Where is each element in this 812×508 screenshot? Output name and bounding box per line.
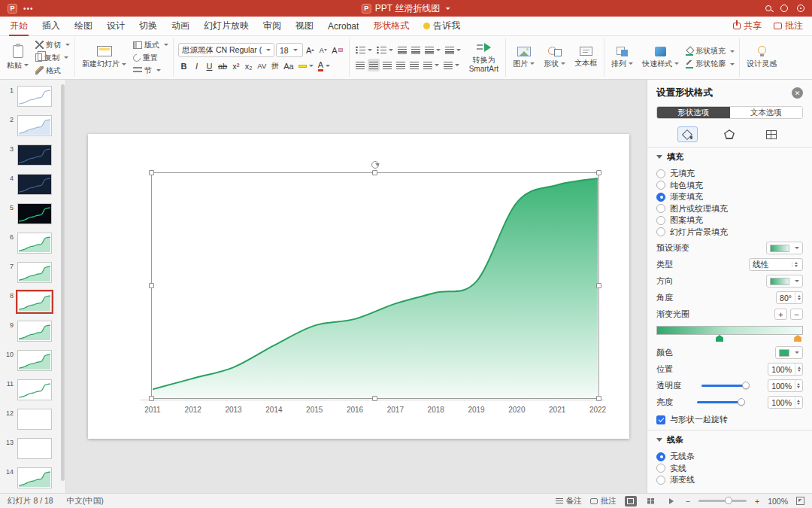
fill-section-header[interactable]: 填充 <box>647 147 812 164</box>
angle-stepper[interactable]: 80° <box>776 291 803 304</box>
slide-thumbnail-5[interactable]: 5 <box>5 203 65 224</box>
radio-solid-line[interactable]: 实线 <box>656 463 803 475</box>
direction-dropdown[interactable] <box>766 275 803 287</box>
gradient-stop[interactable] <box>716 335 723 342</box>
radio-gradient-line[interactable]: 渐变线 <box>656 474 803 486</box>
fill-line-tab[interactable] <box>677 126 698 142</box>
stepper-down-icon[interactable] <box>798 298 801 300</box>
zoom-out-button[interactable]: − <box>686 497 690 506</box>
bold-button[interactable]: B <box>178 59 189 72</box>
thumbnail-preview[interactable] <box>17 203 52 224</box>
editing-canvas[interactable]: 2011201220132014201520162017201820192020… <box>66 80 647 493</box>
comments-button[interactable]: 批注 <box>774 20 803 32</box>
align-text-button[interactable] <box>442 59 461 71</box>
radio-no-fill[interactable]: 无填充 <box>656 168 803 180</box>
smartart-button[interactable]: 转换为SmartArt <box>467 38 501 78</box>
section-button[interactable]: 节 <box>133 65 168 76</box>
notes-toggle[interactable]: 备注 <box>556 496 582 506</box>
character-spacing-button[interactable]: AV <box>256 59 268 72</box>
thumbnail-preview[interactable] <box>17 115 52 136</box>
clear-formatting-button[interactable]: A <box>330 44 344 56</box>
picture-button[interactable]: 图片 <box>511 38 537 78</box>
transparency-stepper[interactable]: 100% <box>768 379 803 392</box>
slide-thumbnail-12[interactable]: 12 <box>5 409 65 430</box>
stepper-down-icon[interactable] <box>797 386 800 388</box>
tab-tellme[interactable]: 告诉我 <box>423 16 461 36</box>
search-icon[interactable] <box>765 5 771 11</box>
stepper-down-icon[interactable] <box>795 265 798 267</box>
add-gradient-stop-button[interactable]: + <box>774 309 787 320</box>
tab-acrobat[interactable]: Acrobat <box>327 17 359 35</box>
effects-tab[interactable] <box>719 126 740 142</box>
distribute-button[interactable] <box>408 59 420 71</box>
size-properties-tab[interactable] <box>761 126 782 142</box>
underline-button[interactable]: U <box>204 59 215 72</box>
slide-thumbnail-14[interactable]: 14 <box>5 467 65 488</box>
area-chart-shape[interactable] <box>153 172 599 400</box>
thumbnail-preview[interactable] <box>17 86 52 107</box>
stepper-up-icon[interactable] <box>797 383 800 385</box>
arrange-button[interactable]: 排列 <box>609 38 635 78</box>
radio-picture-texture-fill[interactable]: 图片或纹理填充 <box>656 203 803 215</box>
slide-thumbnail-3[interactable]: 3 <box>5 144 65 166</box>
stepper-up-icon[interactable] <box>797 400 800 402</box>
zoom-in-button[interactable]: + <box>755 497 759 506</box>
slide-thumbnail-6[interactable]: 6 <box>5 233 65 254</box>
stepper-up-icon[interactable] <box>795 262 798 264</box>
stepper-up-icon[interactable] <box>798 367 801 369</box>
bullets-button[interactable] <box>354 44 374 56</box>
slide-thumbnail-13[interactable]: 13 <box>5 438 65 459</box>
radio-pattern-fill[interactable]: 图案填充 <box>656 214 803 227</box>
share-button[interactable]: 共享 <box>733 20 762 32</box>
design-ideas-button[interactable]: 设计灵感 <box>744 38 779 78</box>
thumbnail-preview[interactable] <box>17 291 52 312</box>
slide-thumbnail-7[interactable]: 7 <box>5 262 65 283</box>
checkbox-checked-icon[interactable] <box>656 415 665 424</box>
slide-thumbnail-11[interactable]: 11 <box>5 379 65 400</box>
highlight-color-button[interactable] <box>297 59 315 72</box>
format-painter-button[interactable]: 格式 <box>35 65 70 76</box>
slide-thumbnail-1[interactable]: 1 <box>5 86 65 107</box>
zoom-level[interactable]: 100% <box>768 497 788 506</box>
rotate-handle[interactable] <box>371 161 379 169</box>
panel-tab-text-options[interactable]: 文本选项 <box>730 107 803 118</box>
stepper-down-icon[interactable] <box>798 370 801 372</box>
tab-animations[interactable]: 动画 <box>171 16 190 36</box>
text-direction-button[interactable] <box>422 59 441 71</box>
tab-draw[interactable]: 绘图 <box>74 16 93 36</box>
thumbnail-preview[interactable] <box>17 379 52 400</box>
new-slide-button[interactable]: 新建幻灯片 <box>80 38 129 78</box>
color-dropdown[interactable] <box>775 346 803 359</box>
document-title-group[interactable]: P PPT 丝滑折线图 <box>362 2 450 15</box>
rotate-with-shape-row[interactable]: 与形状一起旋转 <box>656 414 803 425</box>
align-left-button[interactable] <box>354 59 366 71</box>
title-dropdown-icon[interactable] <box>446 8 450 10</box>
phonetic-guide-button[interactable]: 拼 <box>269 59 280 72</box>
decrease-font-button[interactable]: A <box>317 44 329 56</box>
slide-thumbnail-10[interactable]: 10 <box>5 350 65 371</box>
font-size-combo[interactable]: 18 <box>276 43 303 57</box>
comments-toggle[interactable]: 批注 <box>590 496 617 506</box>
radio-slide-background-fill[interactable]: 幻灯片背景填充 <box>656 227 803 239</box>
slider-knob[interactable] <box>742 382 750 389</box>
textbox-button[interactable]: 文本框 <box>572 38 599 78</box>
stepper-up-icon[interactable] <box>798 295 801 297</box>
tab-slideshow[interactable]: 幻灯片放映 <box>203 16 250 36</box>
radio-no-line[interactable]: 无线条 <box>656 451 803 463</box>
type-select[interactable]: 线性 <box>749 258 803 271</box>
align-right-button[interactable] <box>381 59 393 71</box>
reset-button[interactable]: 重置 <box>133 52 168 63</box>
normal-view-button[interactable] <box>625 496 637 506</box>
tab-design[interactable]: 设计 <box>106 16 126 36</box>
zoom-slider[interactable] <box>698 500 747 502</box>
thumbnail-preview[interactable] <box>17 438 52 459</box>
slide-thumbnail-2[interactable]: 2 <box>5 115 65 136</box>
tab-transitions[interactable]: 切换 <box>138 16 158 36</box>
thumbnail-preview[interactable] <box>17 321 52 342</box>
slide-sorter-view-button[interactable] <box>645 496 657 506</box>
gradient-stops-bar[interactable] <box>656 326 803 335</box>
font-name-combo[interactable]: 思源黑体 CN Regular (正... <box>178 43 274 57</box>
thumbnail-preview[interactable] <box>17 233 52 254</box>
line-spacing-button[interactable] <box>423 44 442 56</box>
increase-indent-button[interactable] <box>410 44 422 56</box>
